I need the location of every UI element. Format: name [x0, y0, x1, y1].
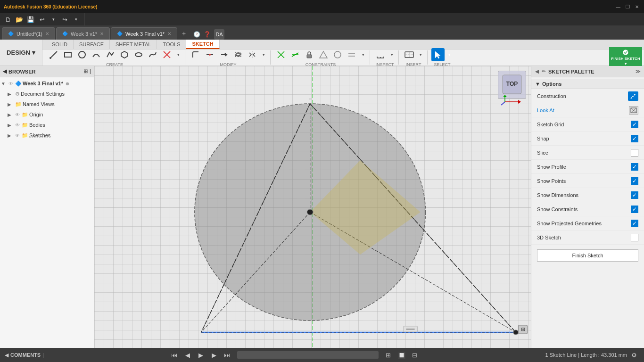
polygon-tool[interactable]: [118, 48, 131, 61]
finish-sketch-palette-button[interactable]: Finish Sketch: [537, 249, 638, 262]
visibility-toggle[interactable]: 👁: [15, 123, 20, 128]
look-at-control[interactable]: [629, 106, 638, 115]
rect-select-button[interactable]: 🔲: [396, 350, 407, 360]
record-icon[interactable]: ⏺: [65, 81, 70, 86]
circle-tool[interactable]: [75, 48, 89, 61]
expand-arrow[interactable]: ▶: [8, 123, 14, 128]
sketch-grid-checkbox[interactable]: ✓: [631, 121, 638, 128]
comments-left-arrow[interactable]: ◀: [5, 352, 8, 358]
tab-sketch[interactable]: SKETCH: [186, 40, 219, 49]
show-profile-control[interactable]: ✓: [631, 163, 638, 171]
show-projected-control[interactable]: ✓: [631, 220, 638, 227]
tab-solid[interactable]: SOLID: [46, 40, 74, 49]
show-dimensions-control[interactable]: ✓: [631, 191, 638, 199]
new-button[interactable]: 🗋: [3, 14, 13, 25]
maximize-button[interactable]: ❐: [624, 3, 631, 10]
insert-canvas-tool[interactable]: [403, 48, 416, 61]
browser-pin-icon[interactable]: |: [90, 68, 91, 74]
tab-week3final[interactable]: 🔷 Week 3 Final v1* ✕: [111, 27, 177, 40]
show-points-checkbox[interactable]: ✓: [631, 177, 638, 185]
comments-expand[interactable]: |: [42, 353, 44, 358]
canvas-area[interactable]: ⊞ -15 -15 ═══ TOP: [94, 66, 531, 348]
open-button[interactable]: 📂: [14, 14, 25, 25]
nav-play-button[interactable]: ▶: [196, 350, 206, 360]
select-tool[interactable]: [431, 48, 445, 61]
measure-tool[interactable]: [374, 48, 387, 61]
tab-sheet-metal[interactable]: SHEET METAL: [110, 40, 157, 49]
slice-control[interactable]: [631, 149, 638, 156]
title-bar-controls[interactable]: — ❐ ✕: [615, 3, 640, 10]
3d-sketch-checkbox[interactable]: [631, 234, 638, 241]
browser-item-root[interactable]: ▼ 👁 🔷 Week 3 Final v1* ⏺: [0, 78, 94, 89]
show-constraints-checkbox[interactable]: ✓: [631, 206, 638, 213]
tab-close[interactable]: ✕: [100, 31, 104, 36]
browser-item-origin[interactable]: ▶ 👁 📁 Origin: [0, 109, 94, 120]
inspect-dropdown[interactable]: ▾: [388, 48, 396, 61]
view-cube[interactable]: TOP: [498, 71, 526, 99]
ellipse-tool[interactable]: [132, 48, 145, 61]
spline-tool[interactable]: [146, 48, 159, 61]
visibility-toggle[interactable]: 👁: [8, 81, 13, 86]
polyline-tool[interactable]: [104, 48, 117, 61]
nav-prev-button[interactable]: ◀: [182, 350, 193, 360]
lock-tool[interactable]: [303, 48, 316, 61]
nav-next-button[interactable]: ▶: [209, 350, 219, 360]
expand-arrow[interactable]: ▶: [8, 102, 14, 107]
finish-sketch-toolbar-button[interactable]: FINISH SKETCH ▾: [609, 47, 642, 68]
new-tab-button[interactable]: +: [178, 27, 190, 40]
insert-dropdown[interactable]: ▾: [417, 48, 424, 61]
expand-arrow[interactable]: ▶: [8, 91, 14, 97]
nav-first-button[interactable]: ⏮: [169, 350, 180, 360]
sketch-grid-control[interactable]: ✓: [631, 121, 638, 128]
browser-collapse-icon[interactable]: ⊞: [83, 68, 88, 74]
trim-tool[interactable]: [160, 48, 173, 61]
triangle-constraint-tool[interactable]: [317, 48, 330, 61]
visibility-toggle[interactable]: 👁: [15, 112, 20, 117]
tab-tools[interactable]: TOOLS: [157, 40, 186, 49]
slice-checkbox[interactable]: [631, 149, 638, 156]
timeline-area[interactable]: [237, 351, 379, 359]
arc-tool[interactable]: [90, 48, 103, 61]
modify-dropdown[interactable]: ▾: [260, 48, 267, 61]
offset-tool[interactable]: [231, 48, 245, 61]
browser-item-bodies[interactable]: ▶ 👁 📁 Bodies: [0, 120, 94, 130]
user-button[interactable]: DA: [214, 29, 224, 40]
tab-untitled[interactable]: 🔷 Untitled*(1) ✕: [2, 27, 55, 40]
snap-control[interactable]: ✓: [631, 135, 638, 142]
mirror-tool[interactable]: [246, 48, 259, 61]
redo-arrow[interactable]: ▾: [71, 14, 81, 25]
circle-constraint-tool[interactable]: [331, 48, 344, 61]
options-section[interactable]: ▼ Options: [531, 79, 644, 89]
select-dropdown[interactable]: ▾: [446, 48, 453, 61]
expand-arrow[interactable]: ▶: [8, 112, 14, 117]
parallel-tool[interactable]: [345, 48, 358, 61]
fillet-tool[interactable]: [189, 48, 202, 61]
coincident-tool[interactable]: [274, 48, 288, 61]
snap-checkbox[interactable]: ✓: [631, 135, 638, 142]
3d-sketch-control[interactable]: [631, 234, 638, 241]
show-points-control[interactable]: ✓: [631, 177, 638, 185]
collinear-tool[interactable]: [289, 48, 302, 61]
show-projected-checkbox[interactable]: ✓: [631, 220, 638, 227]
frame-select-button[interactable]: ⊞: [383, 350, 394, 360]
expand-arrow[interactable]: ▼: [1, 81, 8, 86]
line-tool[interactable]: [47, 48, 60, 61]
palette-expand-icon[interactable]: ≫: [636, 69, 640, 74]
help-button[interactable]: ❓: [202, 29, 212, 40]
look-at-label[interactable]: Look At: [537, 107, 554, 113]
show-dimensions-checkbox[interactable]: ✓: [631, 191, 638, 199]
cube-select-button[interactable]: ⊟: [410, 350, 420, 360]
construction-control[interactable]: [628, 91, 638, 101]
settings-button[interactable]: ⚙: [629, 350, 639, 360]
save-button[interactable]: 💾: [25, 14, 36, 25]
minimize-button[interactable]: —: [615, 3, 621, 10]
construction-toggle[interactable]: [628, 91, 638, 101]
browser-item-named-views[interactable]: ▶ 📁 Named Views: [0, 99, 94, 109]
sketch-canvas[interactable]: ⊞ -15 -15 ═══: [94, 66, 531, 348]
nav-last-button[interactable]: ⏭: [222, 350, 232, 360]
tab-surface[interactable]: SURFACE: [74, 40, 110, 49]
tab-close[interactable]: ✕: [45, 31, 49, 36]
browser-item-doc-settings[interactable]: ▶ ⚙ Document Settings: [0, 89, 94, 99]
undo-button[interactable]: ↩: [37, 14, 47, 25]
extend-tool[interactable]: [217, 48, 231, 61]
